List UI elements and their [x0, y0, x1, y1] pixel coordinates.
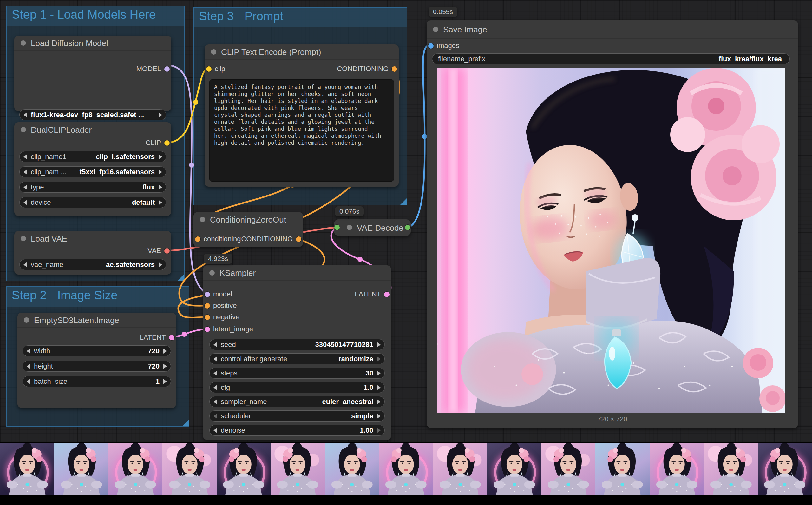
- decrement-arrow-icon[interactable]: [23, 169, 27, 175]
- widget-scheduler[interactable]: scheduler simple: [209, 410, 385, 422]
- increment-arrow-icon[interactable]: [377, 371, 380, 376]
- decrement-arrow-icon[interactable]: [214, 413, 217, 419]
- node-empty-latent-header[interactable]: EmptySD3LatentImage: [17, 313, 176, 328]
- port-clip-input[interactable]: clip: [206, 65, 225, 73]
- widget-unet-name[interactable]: flux1-krea-dev_fp8_scaled.safet ...: [19, 109, 166, 120]
- thumbnail-15[interactable]: [758, 444, 812, 495]
- decrement-arrow-icon[interactable]: [214, 385, 217, 390]
- clip-port-dot-icon[interactable]: [206, 66, 212, 72]
- node-load-vae-header[interactable]: Load VAE: [14, 231, 171, 246]
- widget-vae-name[interactable]: vae_name ae.safetensors: [19, 259, 166, 270]
- widget-filename-prefix[interactable]: filename_prefix flux_krea/flux_krea: [432, 53, 790, 64]
- increment-arrow-icon[interactable]: [163, 379, 167, 384]
- prompt-textarea[interactable]: A stylized fantasy portrait of a young w…: [209, 79, 394, 182]
- increment-arrow-icon[interactable]: [377, 356, 380, 361]
- increment-arrow-icon[interactable]: [159, 112, 162, 118]
- widget-height[interactable]: height 720: [22, 361, 171, 372]
- thumbnail-10[interactable]: [487, 444, 541, 495]
- increment-arrow-icon[interactable]: [159, 262, 162, 267]
- widget-sampler-name[interactable]: sampler_name euler_ancestral: [209, 396, 385, 407]
- port-model-output[interactable]: MODEL: [137, 65, 170, 73]
- image-port-dot-icon[interactable]: [428, 43, 434, 48]
- widget-clip-name1[interactable]: clip_name1 clip_l.safetensors: [19, 151, 166, 162]
- decrement-arrow-icon[interactable]: [214, 399, 217, 404]
- thumbnail-12[interactable]: [595, 444, 649, 495]
- port-conditioning-input[interactable]: conditioning: [195, 235, 241, 243]
- clip-port-dot-icon[interactable]: [164, 140, 170, 146]
- conditioning-port-dot-icon[interactable]: [205, 303, 210, 309]
- conditioning-port-dot-icon[interactable]: [296, 236, 301, 242]
- conditioning-port-dot-icon[interactable]: [392, 66, 397, 72]
- widget-type[interactable]: type flux: [19, 182, 166, 193]
- node-ksampler-header[interactable]: KSampler: [203, 265, 391, 281]
- port-latent-output[interactable]: LATENT: [355, 291, 389, 298]
- increment-arrow-icon[interactable]: [377, 413, 380, 419]
- port-conditioning-output[interactable]: CONDITIONING: [241, 235, 301, 243]
- increment-arrow-icon[interactable]: [163, 348, 167, 354]
- thumbnail-6[interactable]: [271, 444, 325, 495]
- widget-device[interactable]: device default: [19, 197, 166, 208]
- port-model-input[interactable]: model: [205, 291, 232, 298]
- thumbnail-9[interactable]: [433, 444, 487, 495]
- collapsed-input-dot-icon[interactable]: [334, 225, 340, 230]
- increment-arrow-icon[interactable]: [159, 154, 162, 159]
- thumbnail-8[interactable]: [379, 444, 433, 495]
- increment-arrow-icon[interactable]: [377, 385, 380, 390]
- decrement-arrow-icon[interactable]: [27, 379, 30, 384]
- latent-port-dot-icon[interactable]: [169, 335, 175, 340]
- thumbnail-1[interactable]: [0, 444, 54, 495]
- port-negative-input[interactable]: negative: [205, 313, 240, 321]
- vae-port-dot-icon[interactable]: [164, 248, 170, 254]
- widget-batch-size[interactable]: batch_size 1: [22, 376, 171, 387]
- port-positive-input[interactable]: positive: [205, 302, 237, 310]
- increment-arrow-icon[interactable]: [159, 185, 162, 190]
- increment-arrow-icon[interactable]: [159, 169, 162, 175]
- port-vae-output[interactable]: VAE: [148, 247, 170, 255]
- decrement-arrow-icon[interactable]: [214, 371, 217, 376]
- widget-denoise[interactable]: denoise 1.00: [209, 425, 385, 436]
- latent-port-dot-icon[interactable]: [205, 327, 210, 332]
- decrement-arrow-icon[interactable]: [27, 364, 30, 369]
- node-clip-text-encode-header[interactable]: CLIP Text Encode (Prompt): [205, 44, 399, 60]
- node-load-diffusion-model-header[interactable]: Load Diffusion Model: [14, 35, 171, 51]
- port-clip-output[interactable]: CLIP: [146, 139, 170, 147]
- widget-seed[interactable]: seed 330450147710281: [209, 339, 385, 350]
- decrement-arrow-icon[interactable]: [23, 262, 27, 267]
- port-conditioning-output[interactable]: CONDITIONING: [337, 65, 397, 73]
- collapsed-output-dot-icon[interactable]: [405, 225, 411, 230]
- decrement-arrow-icon[interactable]: [23, 154, 27, 159]
- model-port-dot-icon[interactable]: [164, 66, 170, 72]
- node-zeroout-header[interactable]: ConditioningZeroOut: [194, 212, 303, 227]
- model-port-dot-icon[interactable]: [205, 292, 210, 297]
- port-images-input[interactable]: images: [428, 42, 459, 49]
- decrement-arrow-icon[interactable]: [23, 185, 27, 190]
- thumbnail-11[interactable]: [541, 444, 596, 495]
- generated-image-preview[interactable]: [437, 68, 785, 412]
- thumbnail-14[interactable]: [704, 444, 758, 495]
- widget-steps[interactable]: steps 30: [209, 368, 385, 379]
- thumbnail-3[interactable]: [108, 444, 163, 495]
- thumbnail-5[interactable]: [217, 444, 271, 495]
- increment-arrow-icon[interactable]: [377, 399, 380, 404]
- conditioning-port-dot-icon[interactable]: [195, 236, 201, 242]
- thumbnail-7[interactable]: [325, 444, 379, 495]
- node-dual-clip-loader-header[interactable]: DualCLIPLoader: [14, 122, 171, 137]
- widget-clip-name2[interactable]: clip_nam ... t5xxl_fp16.safetensors: [19, 166, 166, 177]
- widget-cfg[interactable]: cfg 1.0: [209, 382, 385, 393]
- increment-arrow-icon[interactable]: [377, 342, 380, 347]
- increment-arrow-icon[interactable]: [159, 200, 162, 205]
- increment-arrow-icon[interactable]: [377, 428, 380, 433]
- decrement-arrow-icon[interactable]: [214, 428, 217, 433]
- decrement-arrow-icon[interactable]: [23, 200, 27, 205]
- latent-port-dot-icon[interactable]: [384, 292, 389, 297]
- thumbnail-13[interactable]: [649, 444, 704, 495]
- conditioning-port-dot-icon[interactable]: [205, 315, 210, 320]
- node-save-image-header[interactable]: Save Image: [427, 20, 798, 38]
- increment-arrow-icon[interactable]: [163, 364, 167, 369]
- port-latent-output[interactable]: LATENT: [140, 334, 175, 341]
- decrement-arrow-icon[interactable]: [27, 348, 30, 354]
- widget-control-after-generate[interactable]: control after generate randomize: [209, 353, 385, 364]
- thumbnail-4[interactable]: [163, 444, 217, 495]
- node-vae-decode[interactable]: VAE Decode: [334, 219, 411, 236]
- decrement-arrow-icon[interactable]: [23, 112, 27, 118]
